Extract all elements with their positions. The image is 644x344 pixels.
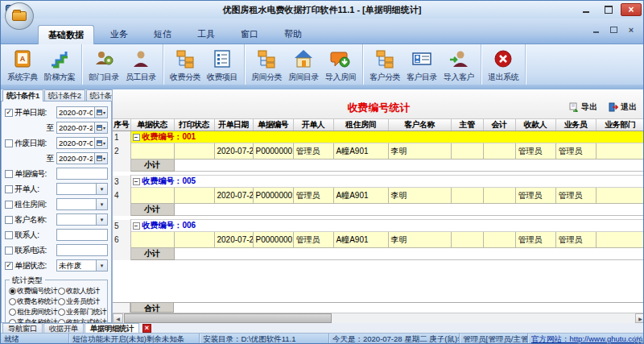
column-header: 会计 bbox=[483, 119, 515, 131]
tab-stat-condition-1[interactable]: 统计条件1 bbox=[2, 89, 43, 102]
import-customer-button[interactable]: 导入客户 bbox=[440, 46, 477, 85]
stat-type-groupbox: 统计类型 收费编号统计 收款人统计 收费名称统计 业务员统计 租住房间统计 业务… bbox=[5, 280, 108, 329]
mdi-close-button[interactable] bbox=[625, 25, 637, 35]
department-directory-icon bbox=[93, 48, 114, 69]
customer-directory-icon bbox=[411, 48, 432, 69]
collapse-icon[interactable] bbox=[133, 178, 140, 185]
menu-tab-basic-data[interactable]: 基础数据 bbox=[38, 25, 94, 44]
group-row[interactable]: 3 收费编号：005 bbox=[113, 176, 644, 188]
collapse-icon[interactable] bbox=[133, 222, 140, 230]
resize-grip[interactable] bbox=[634, 336, 642, 344]
minimize-button[interactable] bbox=[576, 3, 597, 16]
staff-directory-button[interactable]: 员工目录 bbox=[122, 46, 159, 85]
doc-tab-detail-stats[interactable]: 单据明细统计 bbox=[85, 323, 139, 333]
exit-system-icon bbox=[493, 48, 514, 69]
void-date-to-input[interactable] bbox=[56, 152, 94, 164]
menu-tab-help[interactable]: 帮助 bbox=[275, 25, 312, 44]
room-directory-button[interactable]: 房间目录 bbox=[285, 46, 322, 85]
radio-fee-number-stat[interactable]: 收费编号统计 bbox=[7, 286, 56, 296]
chevron-down-icon[interactable] bbox=[96, 199, 107, 209]
column-header: 租住房间 bbox=[333, 119, 388, 131]
customer-combo[interactable] bbox=[56, 213, 108, 226]
import-customer-icon bbox=[448, 48, 469, 69]
import-room-button[interactable]: 导入房间 bbox=[322, 46, 359, 85]
room-checkbox[interactable] bbox=[5, 201, 13, 209]
tab-stat-condition-2[interactable]: 统计条件2 bbox=[44, 89, 85, 102]
scroll-left-button[interactable] bbox=[113, 313, 123, 323]
calendar-dropdown-icon[interactable] bbox=[94, 106, 108, 118]
ribbon-toolbar: A 系统字典 阶梯方案 部门目录 员工目录 收费分类 bbox=[1, 44, 643, 85]
void-date-from-input[interactable] bbox=[56, 137, 94, 149]
data-row[interactable]: 2 2020-07-28P00000001 管理员A幢A901 李明 管理员 管… bbox=[113, 143, 644, 160]
radio-fee-name-stat[interactable]: 收费名称统计 bbox=[7, 296, 56, 307]
biller-checkbox[interactable] bbox=[5, 185, 13, 193]
chevron-down-icon[interactable] bbox=[96, 184, 107, 194]
scrollbar-thumb[interactable] bbox=[124, 313, 332, 323]
calendar-dropdown-icon[interactable] bbox=[94, 137, 108, 149]
doc-no-input[interactable] bbox=[56, 168, 108, 180]
contact-label: 联系人: bbox=[14, 230, 56, 241]
fee-item-button[interactable]: 收费项目 bbox=[204, 46, 241, 85]
fee-category-button[interactable]: 收费分类 bbox=[167, 46, 204, 85]
menu-tab-tools[interactable]: 工具 bbox=[188, 25, 225, 44]
menu-tab-sms[interactable]: 短信 bbox=[144, 25, 181, 44]
room-combo[interactable] bbox=[56, 198, 108, 210]
void-date-checkbox[interactable] bbox=[5, 139, 13, 147]
stat-type-title: 统计类型 bbox=[10, 276, 45, 286]
app-menu-button[interactable] bbox=[5, 2, 34, 30]
chevron-down-icon[interactable] bbox=[96, 260, 107, 271]
exit-system-button[interactable]: 退出系统 bbox=[485, 46, 522, 85]
mdi-minimize-button[interactable] bbox=[590, 25, 601, 35]
doc-tab-receipt-billing[interactable]: 收据开单 bbox=[43, 323, 84, 333]
group-row[interactable]: 1 收费编号：001 bbox=[113, 131, 644, 143]
bill-date-from-input[interactable] bbox=[56, 106, 94, 118]
bill-date-checkbox[interactable] bbox=[5, 109, 13, 117]
official-website-link[interactable]: 官方网站：http://www.ghutu.com bbox=[531, 334, 642, 343]
contact-checkbox[interactable] bbox=[5, 231, 13, 239]
doc-tab-close-button[interactable] bbox=[142, 324, 151, 333]
customer-checkbox[interactable] bbox=[5, 216, 13, 224]
calendar-dropdown-icon[interactable] bbox=[94, 122, 108, 134]
data-row[interactable]: 4 2020-07-28P00000001 管理员A幢A901 李明 管理员 管… bbox=[113, 188, 644, 204]
customer-category-button[interactable]: 客户分类 bbox=[366, 46, 403, 85]
doc-status-combo[interactable]: 未作废 bbox=[56, 259, 108, 271]
group-row[interactable]: 5 收费编号：006 bbox=[113, 220, 644, 232]
doc-tab-navigation[interactable]: 导航窗口 bbox=[2, 323, 43, 333]
scroll-right-button[interactable] bbox=[635, 313, 644, 323]
biller-combo[interactable] bbox=[56, 183, 108, 195]
doc-no-checkbox[interactable] bbox=[5, 170, 13, 178]
horizontal-scrollbar[interactable] bbox=[113, 313, 644, 323]
radio-room-stat[interactable]: 租住房间统计 bbox=[7, 307, 56, 317]
subtotal-row: 小计 bbox=[113, 248, 644, 260]
room-category-button[interactable]: 房间分类 bbox=[248, 46, 285, 85]
column-header: 业务员 bbox=[555, 119, 596, 131]
menu-tab-business[interactable]: 业务 bbox=[101, 25, 138, 44]
mdi-restore-button[interactable] bbox=[608, 25, 619, 35]
void-date-to-label: 至 bbox=[14, 153, 56, 164]
chevron-down-icon[interactable] bbox=[96, 214, 107, 225]
system-dictionary-button[interactable]: A 系统字典 bbox=[4, 46, 41, 85]
menu-tab-window[interactable]: 窗口 bbox=[231, 25, 268, 44]
maximize-button[interactable] bbox=[598, 3, 619, 16]
bill-date-to-input[interactable] bbox=[56, 122, 94, 134]
doc-status-checkbox[interactable] bbox=[5, 262, 13, 270]
data-row[interactable]: 6 2020-07-28P00000001 管理员A幢A901 李明 管理员 管… bbox=[113, 232, 644, 248]
tier-plan-button[interactable]: 阶梯方案 bbox=[41, 46, 78, 85]
customer-directory-button[interactable]: 客户目录 bbox=[403, 46, 440, 85]
collapse-icon[interactable] bbox=[133, 134, 140, 141]
close-button[interactable] bbox=[621, 3, 642, 16]
group-label: 收费编号：001 bbox=[142, 132, 196, 141]
phone-checkbox[interactable] bbox=[5, 247, 13, 255]
radio-department-stat[interactable]: 业务部门统计 bbox=[56, 307, 105, 317]
radio-payee-stat[interactable]: 收款人统计 bbox=[56, 286, 105, 296]
biller-label: 开单人: bbox=[14, 184, 56, 195]
folder-icon bbox=[12, 11, 27, 21]
calendar-dropdown-icon[interactable] bbox=[94, 152, 108, 164]
export-button[interactable]: 导出 bbox=[569, 102, 597, 113]
column-header: 单据状态 bbox=[130, 119, 174, 131]
report-exit-button[interactable]: 退出 bbox=[609, 102, 637, 113]
phone-input[interactable] bbox=[56, 244, 108, 256]
radio-salesman-stat[interactable]: 业务员统计 bbox=[56, 296, 105, 307]
contact-input[interactable] bbox=[56, 229, 108, 241]
department-directory-button[interactable]: 部门目录 bbox=[85, 46, 122, 85]
